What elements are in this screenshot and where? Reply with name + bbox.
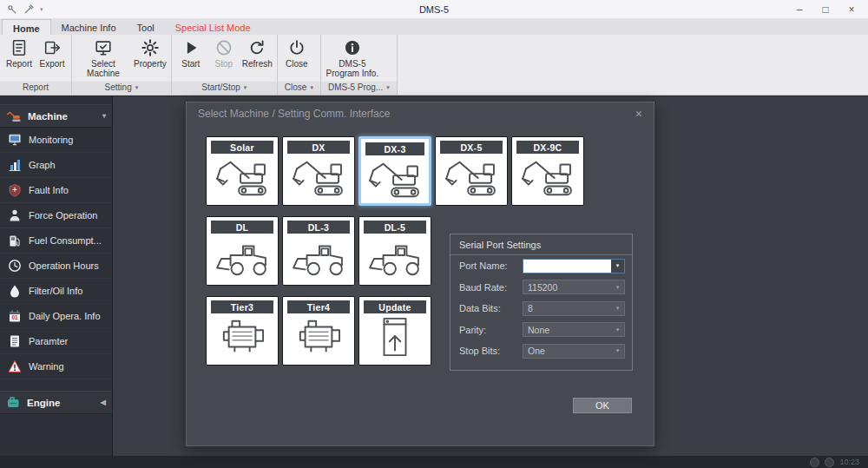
ribbon-group-start-stop: Start Stop Refresh Start/Stop ▾ bbox=[172, 35, 278, 95]
chevron-down-icon: ▾ bbox=[611, 326, 624, 333]
select-machine-icon bbox=[94, 38, 113, 57]
machine-button-dl-3[interactable]: DL-3 bbox=[282, 216, 355, 286]
group-dropdown-icon[interactable]: ▾ bbox=[386, 84, 390, 91]
baud-rate-label: Baud Rate: bbox=[459, 282, 523, 293]
tab-tool[interactable]: Tool bbox=[127, 19, 165, 35]
baud-rate-select: 115200 ▾ bbox=[523, 280, 625, 294]
sidebar-item-operation-hours[interactable]: Operation Hours bbox=[0, 254, 112, 279]
sidebar-item-filter-oil-info[interactable]: Filter/Oil Info bbox=[0, 279, 112, 304]
sidebar-section-engine[interactable]: Engine ◀ bbox=[0, 391, 112, 414]
refresh-button[interactable]: Refresh bbox=[240, 36, 274, 82]
machine-button-tier3[interactable]: Tier3 bbox=[206, 296, 279, 366]
export-button[interactable]: Export bbox=[36, 36, 69, 82]
select-machine-button[interactable]: Select Machine bbox=[75, 36, 132, 82]
ribbon: Report Export Report Select Machine bbox=[0, 35, 868, 96]
window-title: DMS-5 bbox=[125, 4, 743, 15]
content-area: Select Machine / Setting Comm. Interface… bbox=[113, 96, 868, 456]
stop-bits-label: Stop Bits: bbox=[459, 346, 523, 356]
machine-button-dl-5[interactable]: DL-5 bbox=[358, 216, 431, 286]
sidebar-item-graph[interactable]: Graph bbox=[0, 153, 112, 178]
program-info-button[interactable]: DMS-5 Program Info. bbox=[324, 36, 381, 82]
machine-button-solar[interactable]: Solar bbox=[206, 136, 279, 206]
minimize-button[interactable]: – bbox=[786, 2, 812, 17]
tab-special-list-mode[interactable]: Special List Mode bbox=[165, 19, 261, 35]
stop-icon bbox=[214, 38, 233, 57]
group-dropdown-icon[interactable]: ▾ bbox=[135, 84, 139, 91]
sidebar-item-daily-operation-info[interactable]: 01 Daily Opera. Info bbox=[0, 304, 112, 329]
report-icon bbox=[10, 38, 29, 57]
dialog-header: Select Machine / Setting Comm. Interface… bbox=[187, 102, 654, 125]
group-dropdown-icon[interactable]: ▾ bbox=[310, 84, 313, 91]
excavator-image bbox=[441, 155, 502, 199]
property-button[interactable]: Property bbox=[132, 36, 168, 82]
excavator-icon bbox=[6, 110, 22, 122]
refresh-icon bbox=[247, 38, 266, 57]
sidebar-item-parameter[interactable]: Paramter bbox=[0, 329, 112, 354]
machine-button-dl[interactable]: DL bbox=[206, 216, 279, 286]
chevron-left-icon[interactable]: ◀ bbox=[101, 399, 106, 406]
machine-button-dx-5[interactable]: DX-5 bbox=[435, 136, 508, 206]
select-machine-dialog: Select Machine / Setting Comm. Interface… bbox=[186, 102, 654, 446]
fuel-pump-icon bbox=[7, 234, 22, 248]
sidebar-item-warning[interactable]: Warning bbox=[0, 354, 112, 379]
tab-home[interactable]: Home bbox=[2, 19, 51, 35]
data-bits-select: 8 ▾ bbox=[523, 301, 625, 316]
wheel-loader-image bbox=[365, 235, 425, 279]
machine-button-tier4[interactable]: Tier4 bbox=[282, 296, 355, 366]
status-circle-icon[interactable] bbox=[810, 458, 819, 467]
engine-icon bbox=[6, 396, 21, 409]
person-icon bbox=[7, 208, 22, 223]
qat-dropdown-icon[interactable]: ▾ bbox=[40, 6, 43, 13]
sidebar-item-monitoring[interactable]: Monitoring bbox=[0, 128, 112, 153]
status-bar: 10:23 bbox=[0, 456, 868, 468]
machine-button-update[interactable]: Update bbox=[358, 296, 431, 366]
power-icon bbox=[287, 38, 306, 57]
title-bar: ▾ DMS-5 – □ × bbox=[0, 0, 868, 19]
sidebar-section-machine[interactable]: Machine ▾ bbox=[0, 104, 112, 128]
excavator-image bbox=[212, 155, 273, 199]
close-window-button[interactable]: × bbox=[838, 2, 865, 17]
dialog-close-icon[interactable]: × bbox=[635, 108, 642, 120]
parity-select: None ▾ bbox=[523, 322, 625, 337]
tab-machine-info[interactable]: Machine Info bbox=[51, 19, 127, 35]
chevron-down-icon: ▾ bbox=[611, 347, 624, 354]
export-icon bbox=[43, 38, 62, 57]
svg-text:01: 01 bbox=[11, 314, 18, 320]
group-label-start-stop: Start/Stop ▾ bbox=[172, 82, 277, 95]
start-button[interactable]: Start bbox=[174, 36, 207, 82]
sidebar-item-fault-info[interactable]: Fault Info bbox=[0, 178, 112, 203]
group-dropdown-icon[interactable]: ▾ bbox=[244, 84, 247, 91]
chevron-down-icon: ▾ bbox=[611, 260, 624, 273]
status-circle-icon[interactable] bbox=[825, 458, 834, 467]
close-button[interactable]: Close bbox=[280, 36, 313, 82]
wrench-icon[interactable] bbox=[7, 4, 17, 15]
machine-button-dx-3[interactable]: DX-3 bbox=[358, 136, 431, 206]
chevron-down-icon[interactable]: ▾ bbox=[102, 112, 106, 120]
report-button[interactable]: Report bbox=[3, 36, 36, 82]
ribbon-group-report: Report Export Report bbox=[0, 35, 72, 95]
parity-label: Parity: bbox=[459, 325, 523, 335]
ribbon-group-program-info: DMS-5 Program Info. DMS-5 Prog... ▾ bbox=[321, 35, 398, 95]
ok-button[interactable]: OK bbox=[573, 398, 632, 413]
port-name-label: Port Name: bbox=[459, 260, 523, 271]
ribbon-group-close: Close Close ▾ bbox=[278, 35, 321, 95]
sidebar-item-force-operation[interactable]: Force Operation bbox=[0, 203, 112, 228]
engine-image bbox=[212, 315, 273, 359]
sidebar-item-fuel-consumption[interactable]: Fuel Consumpt... bbox=[0, 228, 112, 254]
clock-icon bbox=[7, 259, 22, 274]
status-time: 10:23 bbox=[839, 458, 859, 466]
ribbon-tabs: Home Machine Info Tool Special List Mode bbox=[0, 19, 868, 35]
chevron-down-icon: ▾ bbox=[611, 284, 624, 291]
serial-settings-title: Serial Port Settings bbox=[450, 234, 632, 255]
machine-button-dx-9c[interactable]: DX-9C bbox=[511, 136, 584, 206]
quick-access-toolbar: ▾ bbox=[3, 4, 125, 15]
info-icon bbox=[343, 38, 362, 57]
machine-button-dx[interactable]: DX bbox=[282, 136, 355, 206]
sidebar-spacer bbox=[0, 379, 112, 391]
port-name-select[interactable]: ▾ bbox=[523, 259, 625, 274]
engine-image bbox=[288, 315, 349, 359]
maximize-button[interactable]: □ bbox=[812, 2, 838, 17]
stop-bits-select: One ▾ bbox=[523, 344, 625, 359]
tool-icon[interactable] bbox=[23, 4, 34, 15]
group-label-setting: Setting ▾ bbox=[72, 82, 171, 95]
